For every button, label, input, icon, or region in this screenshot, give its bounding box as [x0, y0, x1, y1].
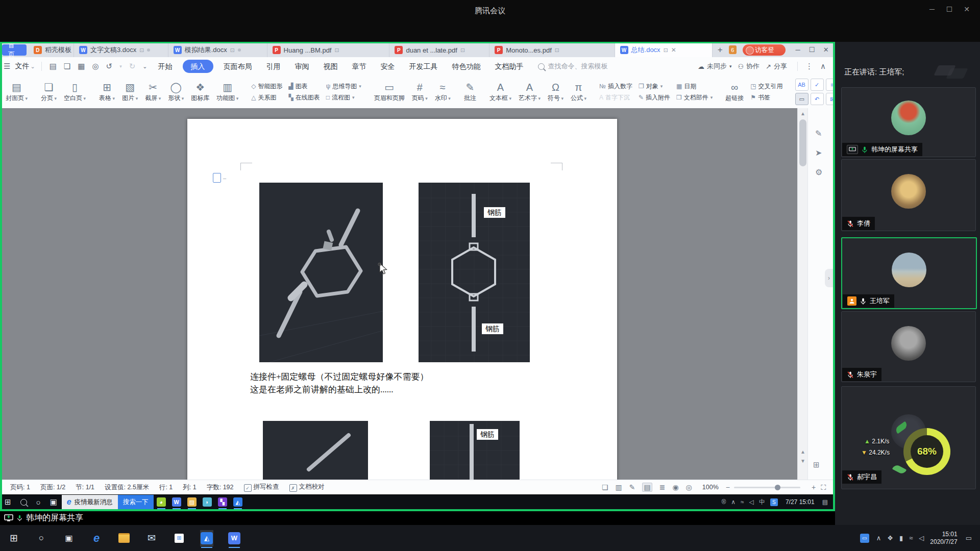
ribbon-button-文档部件[interactable]: ❒文档部件▾ — [676, 93, 713, 102]
guest-login-button[interactable]: 访客登录 — [743, 44, 786, 56]
fullscreen-button[interactable]: ⛶ — [821, 483, 826, 492]
sync-status-button[interactable]: ☁未同步▾ — [698, 62, 732, 71]
panel-collapse-tab[interactable]: › — [825, 269, 833, 287]
notification-icon[interactable]: ▭ — [966, 534, 972, 542]
taskbar-clock[interactable]: 15:012020/7/27 — [930, 531, 957, 546]
tray-icon-4[interactable]: ◁ — [919, 534, 924, 542]
tray-icon-2[interactable]: ▮ — [899, 534, 903, 542]
zoom-slider[interactable] — [734, 487, 800, 488]
qq-app-icon[interactable]: ◗ — [203, 497, 212, 507]
ribbon-button-批注[interactable]: ✎批注 — [460, 76, 480, 108]
ribbon-button-在线图表[interactable]: ▚在线图表 — [288, 93, 320, 102]
ribbon-button-流程图[interactable]: □流程图▾ — [326, 93, 361, 102]
document-text-line2[interactable]: 这是在老师之前讲解的基础上改的...... — [250, 384, 394, 395]
fit-page-icon[interactable]: ❏ — [602, 483, 608, 491]
ribbon-button-页眉和页脚[interactable]: ▭页眉和页脚 — [371, 76, 408, 108]
ribbon-button-对象[interactable]: ❐对象▾ — [639, 82, 670, 91]
ribbon-button-水印[interactable]: ≈水印 ▾ — [431, 76, 454, 108]
ribbon-button-超链接[interactable]: ∞超链接 — [722, 76, 747, 108]
tab-monitor-icon[interactable]: ⊡ — [460, 47, 465, 54]
preview-icon[interactable]: ◎ — [92, 62, 99, 71]
ribbon-button-图片[interactable]: ▧图片 ▾ — [118, 76, 141, 108]
zoom-percent[interactable]: 100% — [702, 484, 719, 491]
wps-taskbar-icon[interactable]: W — [228, 530, 241, 546]
store-icon[interactable]: ⊞ — [173, 530, 186, 546]
ribbon-button-封面页[interactable]: ▤封面页 ▾ — [2, 76, 31, 108]
doc-proof-button[interactable]: ✗文档校对 — [289, 483, 325, 492]
search-once-button[interactable]: 搜索一下 — [118, 495, 154, 509]
cursor-tool-icon[interactable]: ➤ — [815, 148, 822, 158]
page-up-button[interactable]: ▲ — [798, 449, 808, 455]
ribbon-button-插入数字[interactable]: №插入数字 — [599, 82, 632, 91]
scrollbar-thumb[interactable] — [799, 119, 806, 166]
shared-tray-icon-4[interactable]: 中 — [759, 498, 765, 507]
read-mode-icon[interactable]: ▥ — [615, 483, 622, 491]
tray-icon-0[interactable]: ∧ — [876, 534, 881, 542]
menu-开始[interactable]: 开始 — [151, 58, 180, 75]
toggle-1[interactable]: ✓ — [811, 79, 824, 91]
tab-文字文稿3.docx[interactable]: W文字文稿3.docx⊡ — [74, 43, 168, 57]
collaborate-button[interactable]: ⚇协作 — [738, 62, 760, 71]
shared-start-button[interactable]: ⊞ — [5, 497, 11, 507]
zoom-in-button[interactable]: + — [812, 483, 816, 491]
ribbon-button-表格[interactable]: ⊞表格 ▾ — [95, 76, 118, 108]
spell-check-button[interactable]: ✓拼写检查 — [244, 483, 279, 492]
tab-monitor-icon[interactable]: ⊡ — [230, 47, 235, 54]
tab-稻壳模板[interactable]: D稻壳模板 — [29, 43, 74, 57]
page-down-button[interactable]: ▼ — [798, 458, 808, 464]
participant-tile-王培军[interactable]: 王培军 — [841, 237, 977, 309]
file-menu[interactable]: 文件 — [15, 62, 29, 71]
undo-icon[interactable]: ↺ — [106, 62, 113, 71]
ribbon-button-功能图[interactable]: ▥功能图 ▾ — [213, 76, 242, 108]
file-explorer-icon[interactable] — [117, 530, 131, 546]
ribbon-button-日期[interactable]: ▦日期 — [676, 82, 713, 91]
ribbon-button-空白页[interactable]: ▯空白页 ▾ — [60, 76, 89, 108]
zoom-out-button[interactable]: − — [726, 483, 730, 491]
menu-引用[interactable]: 引用 — [259, 58, 288, 75]
outline-icon[interactable]: ≣ — [659, 483, 666, 491]
menu-插入[interactable]: 插入 — [183, 60, 213, 73]
shared-lang-badge[interactable]: S — [770, 498, 778, 506]
menu-章节[interactable]: 章节 — [345, 58, 374, 75]
write-mode-icon[interactable]: ✎ — [629, 483, 635, 491]
web-layout-icon[interactable]: ◉ — [672, 483, 678, 491]
participant-tile-朱泉宇[interactable]: 朱泉宇 — [841, 311, 976, 382]
menu-安全[interactable]: 安全 — [374, 58, 402, 75]
tab-Monoto...es.pdf[interactable]: PMonoto...es.pdf⊡ — [489, 43, 615, 57]
adjust-tool-icon[interactable]: ⚙ — [815, 167, 822, 177]
new-tab-button[interactable]: + — [713, 43, 728, 57]
collapse-ribbon-icon[interactable]: ∧ — [820, 62, 826, 71]
ribbon-button-交叉引用[interactable]: ◳交叉引用 — [750, 82, 782, 91]
tab-总结.docx[interactable]: W总结.docx⊡✕ — [615, 43, 713, 57]
wps-app-icon[interactable]: W — [172, 497, 181, 507]
shared-search-icon[interactable] — [20, 499, 27, 506]
render-image-rod-cad[interactable]: 钢筋 — [430, 421, 520, 480]
ribbon-button-艺术字[interactable]: A艺术字 ▾ — [515, 76, 544, 108]
participant-tile-李倩[interactable]: 李倩 — [841, 159, 976, 231]
shared-show-desktop[interactable]: ▤ — [822, 498, 828, 506]
menu-视图[interactable]: 视图 — [316, 58, 345, 75]
tab-close-icon[interactable]: ✕ — [671, 46, 676, 54]
menu-审阅[interactable]: 审阅 — [288, 58, 316, 75]
tencent-meeting-icon[interactable]: ◭ — [200, 530, 213, 546]
wps-maximize-button[interactable]: ☐ — [805, 43, 819, 57]
tab-duan et ...late.pdf[interactable]: Pduan et ...late.pdf⊡ — [389, 43, 489, 57]
document-page[interactable]: – — [187, 119, 617, 480]
render-image-connector-cad[interactable]: 钢筋 钢筋 — [419, 183, 530, 362]
shared-tray-icon-3[interactable]: ◁ — [749, 498, 754, 506]
meeting-minimize-button[interactable]: ─ — [925, 5, 939, 13]
zoom-knob[interactable] — [775, 485, 780, 490]
vertical-scrollbar[interactable]: ▲ ▲ ▼ — [797, 108, 808, 480]
ribbon-button-形状[interactable]: ◯形状 ▾ — [164, 76, 187, 108]
ribbon-button-插入附件[interactable]: ✎插入附件 — [639, 93, 670, 102]
menu-文档助手[interactable]: 文档助手 — [488, 58, 531, 75]
mail-icon[interactable]: ✉ — [145, 530, 158, 546]
paragraph-file-icon[interactable] — [213, 173, 221, 183]
shared-tray-icon-0[interactable]: ® — [721, 498, 726, 506]
start-button[interactable]: ⊞ — [7, 530, 20, 546]
pen-tool-icon[interactable]: ✎ — [815, 129, 822, 138]
tab-monitor-icon[interactable]: ⊡ — [555, 47, 559, 54]
share-button[interactable]: ↗分享 — [766, 62, 787, 71]
folder-app-icon[interactable]: ▨ — [187, 497, 197, 507]
cortana-button[interactable]: ○ — [35, 530, 48, 546]
